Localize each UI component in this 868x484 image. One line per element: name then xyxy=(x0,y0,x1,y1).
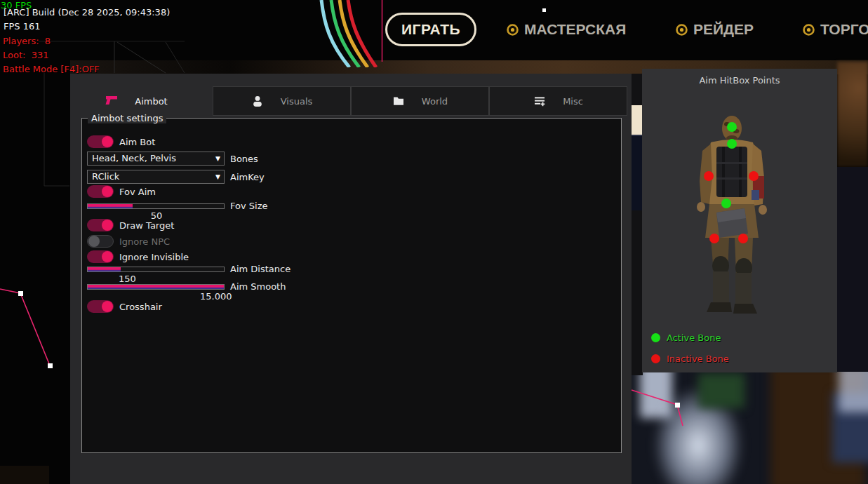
menu-item-raider[interactable]: РЕЙДЕР xyxy=(676,20,754,39)
menu-item-label: МАСТЕРСКАЯ xyxy=(524,21,626,38)
play-button[interactable]: ИГРАТЬ xyxy=(385,13,476,46)
coin-icon xyxy=(803,24,815,36)
coin-icon xyxy=(507,24,519,36)
screen: 30 FPS [ARC] Build (Dec 28 2025, 09:43:3… xyxy=(0,0,868,484)
menu-item-trader[interactable]: ТОРГО xyxy=(803,20,868,39)
menu-item-label: РЕЙДЕР xyxy=(693,21,754,38)
menu-item-workshop[interactable]: МАСТЕРСКАЯ xyxy=(507,20,626,39)
menu-item-label: ТОРГО xyxy=(820,21,868,38)
coin-icon xyxy=(676,24,688,36)
game-top-menu: ИГРАТЬ МАСТЕРСКАЯ РЕЙДЕР ТОРГО xyxy=(0,0,868,484)
